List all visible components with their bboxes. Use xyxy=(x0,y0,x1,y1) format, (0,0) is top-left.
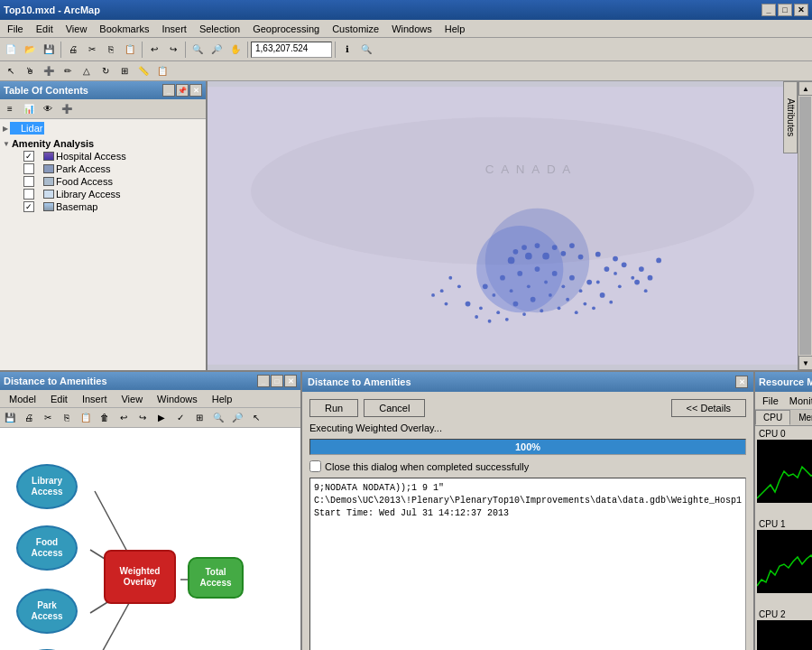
svg-point-32 xyxy=(566,298,569,302)
food-access-layer[interactable]: Food Access xyxy=(2,175,204,188)
food-access-node[interactable]: FoodAccess xyxy=(16,525,78,571)
toc-source-view-button[interactable]: 📊 xyxy=(20,100,38,118)
measure-button[interactable]: 📏 xyxy=(134,62,152,80)
rotate-button[interactable]: ↻ xyxy=(97,62,115,80)
map-area[interactable]: CANADA xyxy=(208,81,798,370)
mb-restore-button[interactable]: □ xyxy=(271,375,283,387)
library-access-layer[interactable]: Library Access xyxy=(2,188,204,200)
scroll-up-button[interactable]: ▲ xyxy=(798,81,812,96)
dialog-close-button[interactable]: ✕ xyxy=(735,376,748,388)
run-button[interactable]: Run xyxy=(309,399,358,417)
mb-minimize-button[interactable]: _ xyxy=(257,375,270,387)
menu-selection[interactable]: Selection xyxy=(194,23,245,35)
hospital-access-layer[interactable]: ✓ Hospital Access xyxy=(2,150,204,162)
attribute-button[interactable]: 📋 xyxy=(153,62,171,80)
mb-validate-button[interactable]: ✓ xyxy=(171,409,189,427)
toc-add-button[interactable]: ➕ xyxy=(58,100,76,118)
open-button[interactable]: 📂 xyxy=(21,41,39,59)
new-button[interactable]: 📄 xyxy=(2,41,20,59)
mb-delete-button[interactable]: 🗑 xyxy=(96,409,114,427)
toc-visibility-button[interactable]: 👁 xyxy=(39,100,57,118)
toc-pin-button[interactable]: 📌 xyxy=(176,84,189,97)
add-data-button[interactable]: ➕ xyxy=(40,62,58,80)
park-access-checkbox[interactable] xyxy=(23,163,34,174)
close-checkbox[interactable] xyxy=(309,460,321,472)
menu-geoprocessing[interactable]: Geoprocessing xyxy=(247,23,325,35)
editor-button[interactable]: ✏ xyxy=(59,62,77,80)
toc-list-view-button[interactable]: ≡ xyxy=(1,100,19,118)
basemap-checkbox[interactable]: ✓ xyxy=(23,201,34,212)
mb-redo-button[interactable]: ↪ xyxy=(134,409,152,427)
park-access-layer[interactable]: Park Access xyxy=(2,162,204,175)
menu-file[interactable]: File xyxy=(2,23,29,35)
toc-close-button[interactable]: ✕ xyxy=(189,84,202,97)
hospital-access-checkbox[interactable]: ✓ xyxy=(23,151,34,162)
library-access-checkbox[interactable] xyxy=(23,189,34,200)
basemap-layer[interactable]: ✓ Basemap xyxy=(2,200,204,213)
mb-close-button[interactable]: ✕ xyxy=(284,375,297,387)
lidar-layer[interactable]: Lidar xyxy=(10,122,44,135)
mb-run-button[interactable]: ▶ xyxy=(152,409,171,427)
total-access-node[interactable]: TotalAccess xyxy=(188,557,244,599)
sketch-button[interactable]: △ xyxy=(78,62,96,80)
mb-menu-model[interactable]: Model xyxy=(4,393,42,405)
mb-pointer-button[interactable]: ↖ xyxy=(247,409,265,427)
pan-button[interactable]: ✋ xyxy=(226,41,245,59)
menu-edit[interactable]: Edit xyxy=(31,23,59,35)
toc-minimize-button[interactable]: _ xyxy=(162,84,175,97)
pointer-button[interactable]: 🖱 xyxy=(21,62,39,80)
save-button[interactable]: 💾 xyxy=(40,41,58,59)
mb-save-button[interactable]: 💾 xyxy=(1,409,19,427)
menu-customize[interactable]: Customize xyxy=(327,23,384,35)
mb-menu-insert[interactable]: Insert xyxy=(77,393,113,405)
select-button[interactable]: ↖ xyxy=(2,62,20,80)
park-access-node[interactable]: ParkAccess xyxy=(16,589,78,634)
cancel-button[interactable]: Cancel xyxy=(364,399,425,417)
close-button[interactable]: ✕ xyxy=(794,4,808,16)
mb-menu-view[interactable]: View xyxy=(115,393,148,405)
mb-cut-button[interactable]: ✂ xyxy=(39,409,57,427)
mb-auto-layout-button[interactable]: ⊞ xyxy=(190,409,208,427)
mb-zoom-in-button[interactable]: 🔍 xyxy=(209,409,227,427)
menu-bookmarks[interactable]: Bookmarks xyxy=(94,23,154,35)
weighted-overlay-node[interactable]: Weighted Overlay xyxy=(104,550,176,604)
mb-copy-button[interactable]: ⎘ xyxy=(58,409,76,427)
cut-button[interactable]: ✂ xyxy=(83,41,101,59)
mb-undo-button[interactable]: ↩ xyxy=(115,409,133,427)
mb-menu-windows[interactable]: Windows xyxy=(152,393,203,405)
lidar-group-header[interactable]: ▶ Lidar xyxy=(2,121,204,135)
rm-menu-monitor[interactable]: Monitor xyxy=(786,395,812,407)
paste-button[interactable]: 📋 xyxy=(121,41,139,59)
amenity-analysis-header[interactable]: ▼ Amenity Analysis xyxy=(2,137,204,150)
find-button[interactable]: 🔍 xyxy=(357,41,375,59)
details-button[interactable]: << Details xyxy=(671,399,747,417)
attributes-tab[interactable]: Attributes xyxy=(783,81,798,153)
mb-menu-help[interactable]: Help xyxy=(207,393,238,405)
scroll-down-button[interactable]: ▼ xyxy=(798,356,812,370)
scroll-thumb[interactable] xyxy=(799,97,811,355)
scale-button[interactable]: ⊞ xyxy=(115,62,134,80)
identify-button[interactable]: ℹ xyxy=(338,41,356,59)
maximize-button[interactable]: □ xyxy=(778,4,792,16)
rm-tab-memory[interactable]: Memory xyxy=(790,410,812,425)
mb-zoom-out-button[interactable]: 🔎 xyxy=(228,409,246,427)
mb-paste-button[interactable]: 📋 xyxy=(77,409,95,427)
mb-print-button[interactable]: 🖨 xyxy=(20,409,38,427)
print-button[interactable]: 🖨 xyxy=(64,41,82,59)
zoom-in-button[interactable]: 🔍 xyxy=(189,41,207,59)
modelbuilder-canvas[interactable]: LibraryAccess FoodAccess Weighted Overla… xyxy=(0,428,300,650)
library-access-node[interactable]: LibraryAccess xyxy=(16,464,78,509)
menu-help[interactable]: Help xyxy=(439,23,471,35)
minimize-button[interactable]: _ xyxy=(761,4,776,16)
redo-button[interactable]: ↪ xyxy=(164,41,182,59)
copy-button[interactable]: ⎘ xyxy=(102,41,120,59)
mb-menu-edit[interactable]: Edit xyxy=(45,393,73,405)
zoom-out-button[interactable]: 🔎 xyxy=(208,41,226,59)
undo-button[interactable]: ↩ xyxy=(145,41,163,59)
menu-view[interactable]: View xyxy=(60,23,93,35)
menu-insert[interactable]: Insert xyxy=(156,23,192,35)
rm-tab-cpu[interactable]: CPU xyxy=(755,410,790,425)
food-access-checkbox[interactable] xyxy=(23,176,34,187)
rm-menu-file[interactable]: File xyxy=(759,395,782,407)
menu-windows[interactable]: Windows xyxy=(386,23,438,35)
